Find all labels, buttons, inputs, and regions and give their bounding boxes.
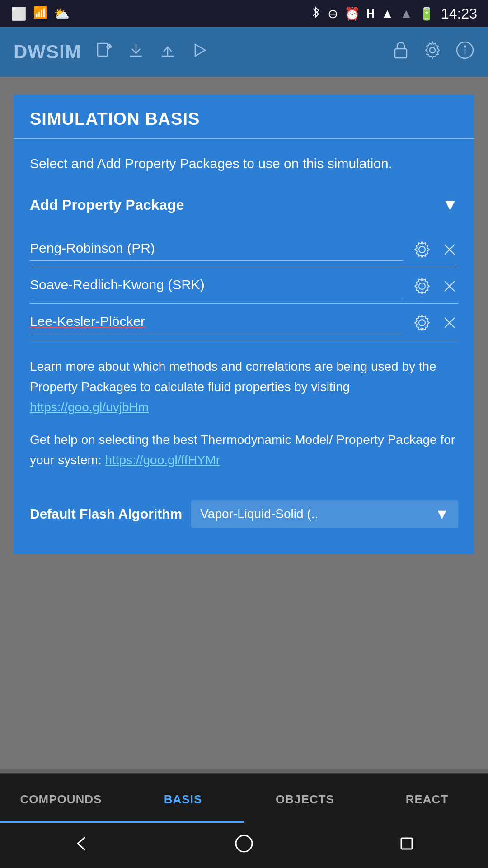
signal-full-icon: ▲ bbox=[381, 6, 394, 21]
package-close-icon-3[interactable] bbox=[441, 314, 458, 333]
image-icon: ⬜ bbox=[11, 6, 27, 21]
time-display: 14:23 bbox=[441, 5, 477, 22]
info-link-2[interactable]: https://goo.gl/ffHYMr bbox=[105, 453, 220, 467]
svg-point-16 bbox=[419, 283, 425, 289]
package-row-1: Peng-Robinson (PR) bbox=[30, 234, 458, 267]
svg-rect-23 bbox=[401, 838, 412, 849]
flash-algorithm-value: Vapor-Liquid-Solid (.. bbox=[200, 507, 318, 521]
package-name-2: Soave-Redlich-Kwong (SRK) bbox=[30, 277, 205, 295]
flash-algorithm-dropdown[interactable]: Vapor-Liquid-Solid (.. ▼ bbox=[191, 500, 458, 528]
add-property-package-row[interactable]: Add Property Package ▼ bbox=[14, 183, 474, 227]
info-icon[interactable] bbox=[455, 41, 474, 64]
bluetooth-icon bbox=[310, 5, 321, 23]
svg-rect-8 bbox=[395, 49, 407, 58]
package-name-3: Lee-Kesler-Plöcker bbox=[30, 314, 145, 331]
tab-react[interactable]: REACT bbox=[366, 774, 488, 823]
status-icons-right: ⊖ ⏰ H ▲ ▲ 🔋 14:23 bbox=[310, 5, 477, 23]
battery-icon: 🔋 bbox=[419, 6, 435, 21]
home-button[interactable] bbox=[233, 833, 255, 859]
add-property-label: Add Property Package bbox=[30, 197, 184, 213]
package-close-icon-1[interactable] bbox=[441, 241, 458, 260]
tab-compounds[interactable]: COMPOUNDS bbox=[0, 774, 122, 823]
package-actions-3 bbox=[412, 313, 458, 335]
flash-algorithm-row[interactable]: Default Flash Algorithm Vapor-Liquid-Sol… bbox=[14, 488, 474, 541]
tab-basis[interactable]: BASIS bbox=[122, 774, 244, 823]
package-close-icon-2[interactable] bbox=[441, 278, 458, 297]
recents-button[interactable] bbox=[396, 833, 418, 859]
package-actions-2 bbox=[412, 276, 458, 298]
svg-marker-7 bbox=[195, 44, 205, 56]
package-settings-icon-2[interactable] bbox=[412, 276, 432, 298]
settings-icon[interactable] bbox=[423, 41, 442, 64]
back-button[interactable] bbox=[70, 833, 92, 859]
package-settings-icon-3[interactable] bbox=[412, 313, 432, 335]
wifi-icon: 📶 bbox=[33, 6, 47, 22]
clock-icon: ⏰ bbox=[344, 6, 360, 21]
h-icon: H bbox=[366, 7, 375, 21]
tab-objects[interactable]: OBJECTS bbox=[244, 774, 366, 823]
play-icon[interactable] bbox=[191, 42, 208, 63]
share-icon[interactable] bbox=[159, 42, 176, 63]
flash-algorithm-label: Default Flash Algorithm bbox=[30, 506, 182, 522]
card-header: SIMULATION BASIS bbox=[14, 95, 474, 139]
weather-icon: ⛅ bbox=[54, 6, 70, 21]
svg-point-13 bbox=[419, 246, 425, 253]
status-icons-left: ⬜ 📶 ⛅ bbox=[11, 6, 70, 22]
bottom-nav: COMPOUNDS BASIS OBJECTS REACT bbox=[0, 773, 488, 823]
svg-text:📶: 📶 bbox=[33, 6, 47, 19]
svg-point-22 bbox=[236, 835, 252, 852]
package-name-1: Peng-Robinson (PR) bbox=[30, 241, 155, 258]
svg-point-12 bbox=[465, 46, 466, 47]
package-actions-1 bbox=[412, 240, 458, 261]
lock-icon[interactable] bbox=[392, 41, 409, 64]
minus-circle-icon: ⊖ bbox=[328, 6, 338, 21]
edit-icon[interactable] bbox=[96, 42, 113, 63]
svg-point-19 bbox=[419, 320, 425, 326]
info-link-1[interactable]: https://goo.gl/uvjbHm bbox=[30, 400, 149, 414]
add-property-dropdown-arrow[interactable]: ▼ bbox=[442, 195, 458, 214]
card-subtitle: Select and Add Property Packages to use … bbox=[14, 139, 474, 183]
simulation-basis-card: SIMULATION BASIS Select and Add Property… bbox=[14, 95, 474, 554]
flash-algorithm-dropdown-arrow[interactable]: ▼ bbox=[435, 506, 449, 523]
package-settings-icon-1[interactable] bbox=[412, 240, 432, 261]
download-icon[interactable] bbox=[127, 42, 145, 63]
svg-rect-1 bbox=[98, 43, 108, 56]
card-title: SIMULATION BASIS bbox=[30, 109, 200, 128]
info-text-1: Learn more about which methods and corre… bbox=[14, 344, 474, 430]
status-bar: ⬜ 📶 ⛅ ⊖ ⏰ H ▲ ▲ 🔋 14:23 bbox=[0, 0, 488, 27]
package-row-3: Lee-Kesler-Plöcker bbox=[30, 307, 458, 340]
signal-half-icon: ▲ bbox=[400, 6, 413, 21]
main-content: SIMULATION BASIS Select and Add Property… bbox=[0, 77, 488, 769]
system-nav bbox=[0, 823, 488, 868]
svg-point-9 bbox=[430, 47, 435, 53]
toolbar-right-actions bbox=[392, 41, 474, 64]
app-title: DWSIM bbox=[14, 41, 81, 63]
info-text-2: Get help on selecting the best Thermodyn… bbox=[14, 430, 474, 483]
toolbar-actions bbox=[96, 42, 378, 63]
app-toolbar: DWSIM bbox=[0, 27, 488, 77]
package-row-2: Soave-Redlich-Kwong (SRK) bbox=[30, 271, 458, 304]
